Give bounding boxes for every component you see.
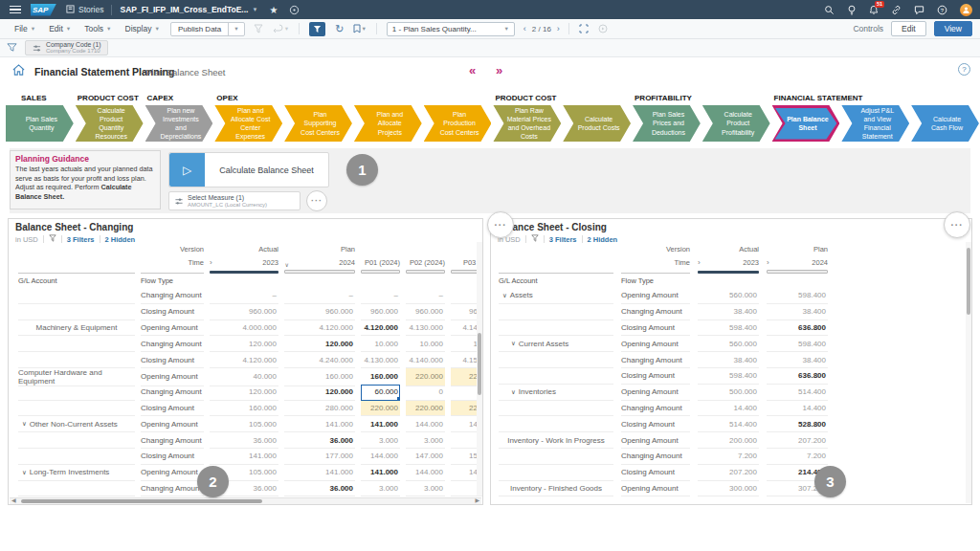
value-cell[interactable]: 4.120.000	[284, 320, 355, 337]
menu-display[interactable]: Display▼	[119, 24, 167, 33]
collapse-icon[interactable]: ∨	[511, 388, 516, 396]
value-cell[interactable]: 105.000	[210, 416, 278, 432]
hamburger-menu-icon[interactable]	[10, 6, 21, 14]
process-step[interactable]: Plan Raw Material Prices and Overhead Co…	[493, 105, 561, 142]
collapse-icon[interactable]: ∨	[511, 340, 516, 347]
flow-type-cell[interactable]: Closing Amount	[141, 401, 204, 417]
edit-mode-button[interactable]: Edit	[891, 21, 926, 36]
page-selector[interactable]: 1 - Plan Sales Quantity...▼	[387, 22, 515, 36]
value-cell[interactable]: 38.400	[767, 352, 828, 368]
value-cell[interactable]: 4.130.000	[406, 320, 445, 337]
value-cell[interactable]: 144.000	[361, 449, 400, 465]
column-2023[interactable]: ›2023∨	[210, 258, 278, 267]
gl-account-cell[interactable]: ∨Other Non-Current Assets	[18, 416, 135, 432]
flow-type-cell[interactable]: Changing Amount	[621, 401, 690, 417]
gl-account-cell[interactable]	[18, 401, 135, 417]
value-cell[interactable]: 3.000	[406, 432, 445, 449]
value-cell[interactable]: 0	[406, 385, 445, 401]
process-step[interactable]: Plan Supporting Cost Centers	[284, 105, 352, 142]
value-cell[interactable]: –	[210, 288, 278, 304]
process-step[interactable]: Plan Sales Prices and DeductionsPROFITAB…	[633, 105, 701, 142]
more-actions-icon[interactable]: ···	[487, 211, 514, 238]
value-cell[interactable]: 514.400	[698, 416, 759, 432]
gl-account-cell[interactable]	[499, 304, 613, 320]
scrollbar-thumb[interactable]	[21, 499, 262, 503]
value-cell[interactable]: 514.400	[767, 385, 828, 401]
flow-type-cell[interactable]: Closing Amount	[621, 320, 690, 337]
value-cell[interactable]: 4.120.000	[210, 352, 278, 368]
flow-type-cell[interactable]: Closing Amount	[141, 304, 204, 320]
value-cell[interactable]: 36.000	[210, 432, 278, 449]
value-cell[interactable]: 220.000	[406, 401, 445, 417]
gl-account-cell[interactable]: Machinery & Equipment	[18, 320, 135, 337]
value-cell[interactable]: 36.000	[284, 432, 355, 449]
view-mode-button[interactable]: View	[934, 21, 972, 36]
value-cell[interactable]: 38.400	[698, 352, 759, 368]
collaboration-icon[interactable]	[289, 5, 300, 15]
flow-type-cell[interactable]: Closing Amount	[621, 416, 690, 432]
gl-account-cell[interactable]: Inventory - Work In Progress	[499, 432, 613, 449]
assistant-bulb-icon[interactable]	[847, 5, 857, 15]
flow-type-cell[interactable]: Opening Amount	[141, 465, 204, 481]
vertical-scrollbar[interactable]	[966, 242, 971, 503]
gl-account-cell[interactable]	[499, 368, 613, 385]
value-cell[interactable]: 38.400	[767, 304, 828, 320]
nav-back-arrows[interactable]: «	[469, 63, 476, 77]
company-code-filter-token[interactable]: Company Code (1) Company Code 1710	[25, 40, 108, 55]
gl-account-cell[interactable]: ∨Assets	[499, 288, 613, 304]
value-cell[interactable]: 636.800	[767, 368, 828, 385]
flow-type-cell[interactable]: Opening Amount	[621, 385, 690, 401]
process-step[interactable]: Plan and Allocate Cost Center ExpensesOP…	[214, 105, 282, 142]
value-cell[interactable]: 144.000	[406, 465, 445, 481]
value-cell[interactable]: 200.000	[698, 432, 759, 449]
value-cell[interactable]: 144.000	[406, 416, 445, 432]
value-cell[interactable]: –	[361, 288, 400, 304]
play-icon[interactable]: ▷	[169, 153, 205, 187]
value-cell[interactable]: 960.000	[406, 304, 445, 320]
filter-funnel-icon[interactable]	[7, 39, 17, 56]
scroll-left-icon[interactable]: ◀	[11, 496, 16, 503]
controls-label[interactable]: Controls	[853, 24, 883, 33]
filter-toggle-button[interactable]	[309, 22, 325, 36]
expand-icon[interactable]: ›	[698, 258, 701, 267]
next-page-icon[interactable]: ›	[557, 24, 560, 33]
flow-type-cell[interactable]: Changing Amount	[621, 352, 690, 368]
feedback-chat-icon[interactable]	[914, 5, 924, 15]
gl-account-cell[interactable]	[499, 449, 613, 465]
value-cell[interactable]: 207.200	[767, 432, 828, 449]
link-icon[interactable]	[891, 5, 902, 15]
gl-account-cell[interactable]	[499, 401, 613, 417]
value-cell[interactable]: 3.000	[361, 432, 400, 449]
value-cell[interactable]: 141.000	[361, 465, 400, 481]
flow-type-cell[interactable]: Opening Amount	[621, 288, 690, 304]
process-step[interactable]: Calculate Product Costs	[563, 105, 631, 142]
user-avatar[interactable]	[960, 4, 972, 16]
value-cell[interactable]: 141.000	[361, 416, 400, 432]
gl-account-cell[interactable]	[18, 336, 135, 352]
value-cell[interactable]: 147.000	[406, 449, 445, 465]
help-icon[interactable]: ?	[937, 5, 947, 15]
flow-type-cell[interactable]: Changing Amount	[141, 432, 204, 449]
process-step[interactable]: Plan and Allocate Projects	[354, 105, 422, 142]
value-cell[interactable]: 7.200	[698, 449, 759, 465]
gl-account-cell[interactable]: Inventory - Finished Goods	[499, 481, 613, 497]
gl-account-cell[interactable]	[18, 481, 135, 497]
process-step[interactable]: Plan Sales QuantitySALES	[6, 105, 74, 142]
expand-icon[interactable]: ›	[767, 258, 769, 267]
collapse-icon[interactable]: ∨	[22, 420, 27, 428]
process-step[interactable]: Calculate Cash Flow	[911, 105, 979, 142]
value-cell[interactable]: 14.400	[767, 401, 828, 417]
process-step[interactable]: Plan new Investments and DepreciationsCA…	[145, 105, 213, 142]
gl-account-cell[interactable]: ∨Current Assets	[499, 336, 613, 352]
home-icon[interactable]	[11, 63, 26, 80]
value-cell[interactable]: 598.400	[767, 288, 828, 304]
value-cell[interactable]: 4.120.000	[361, 320, 400, 337]
process-step[interactable]: Plan Production Cost Centers	[424, 105, 492, 142]
expand-icon[interactable]: ›	[210, 258, 212, 267]
value-cell[interactable]: 960.000	[210, 304, 278, 320]
publish-dropdown-icon[interactable]: ▼	[228, 23, 243, 35]
column-2023[interactable]: ›2023	[698, 258, 759, 267]
gl-account-cell[interactable]	[18, 288, 135, 304]
more-actions-icon[interactable]: ···	[306, 190, 327, 211]
column-2024[interactable]: 2024	[284, 258, 355, 267]
